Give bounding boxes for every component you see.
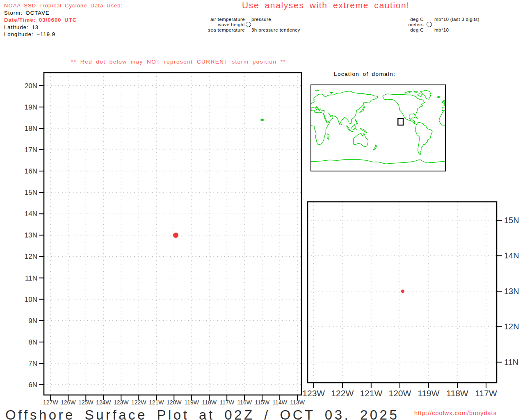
legend-row: wave height xyxy=(192,22,300,27)
y-axis-label: 10N xyxy=(25,296,37,304)
world-map xyxy=(244,90,513,164)
x-axis-label: 121W xyxy=(149,399,164,406)
coastline xyxy=(442,91,512,125)
y-axis-label: 12N xyxy=(25,253,37,260)
x-axis-label: 115W xyxy=(255,399,269,406)
coastline xyxy=(465,93,467,94)
coastline xyxy=(355,119,358,124)
legend-row: deg C mb*10 (last 3 digits) xyxy=(393,16,479,22)
storm-position-dot xyxy=(173,233,178,238)
y-axis-label: 8N xyxy=(28,338,37,346)
caution-headline: Use analyses with extreme caution! xyxy=(242,0,410,10)
x-axis-label: 123W xyxy=(114,399,129,406)
page-title: Offshore Surface Plot at 02Z / OCT 03, 2… xyxy=(5,407,399,420)
x-axis-label: 124W xyxy=(96,399,111,406)
x-axis-label: 125W xyxy=(78,399,94,406)
coastline xyxy=(475,124,476,126)
coastline xyxy=(442,102,443,103)
x-axis-label: 122W xyxy=(331,388,354,398)
legend-pressure: pressure xyxy=(251,17,271,22)
coastline xyxy=(486,125,490,130)
station-legend-parameters: air temperature pressure wave height sea… xyxy=(192,16,300,32)
coastline xyxy=(283,94,288,96)
coastline xyxy=(307,102,309,103)
coastline xyxy=(360,128,367,133)
world-map-border xyxy=(311,85,445,171)
coastline xyxy=(341,124,342,126)
coastline xyxy=(308,91,378,125)
coastline xyxy=(270,91,277,93)
coastline xyxy=(350,131,354,132)
x-axis-label: 116W xyxy=(237,399,252,406)
legend-pressure-tendency: 3h pressure tendency xyxy=(251,27,300,32)
y-axis-label: 19N xyxy=(25,103,37,111)
legend-spacer xyxy=(424,22,434,27)
storm-position-dot xyxy=(401,290,404,293)
x-axis-label: 120W xyxy=(167,399,182,406)
legend-unit-degc-bottom: deg C xyxy=(393,27,424,32)
y-axis-label: 15N xyxy=(25,189,37,196)
coastline xyxy=(279,91,283,93)
observation-marker xyxy=(261,119,264,121)
legend-row: deg C mb*10 xyxy=(393,27,479,32)
coastline xyxy=(352,125,355,130)
station-circle-icon xyxy=(246,22,251,27)
legend-row: sea temperature 3h pressure tendency xyxy=(192,27,300,32)
legend-row: meters xyxy=(393,22,479,27)
buoydata-link[interactable]: http://coolwx.com/buoydata xyxy=(414,410,497,416)
y-axis-label: 20N xyxy=(25,82,37,90)
coastline xyxy=(488,133,503,147)
legend-wave-height: wave height xyxy=(192,22,245,27)
storm-position-warning: ** Red dot below may NOT represent CURRE… xyxy=(71,59,286,65)
coastline xyxy=(248,94,290,124)
y-axis-label: 7N xyxy=(28,360,37,368)
y-axis-label: 13N xyxy=(25,231,37,239)
x-axis-label: 120W xyxy=(388,388,411,398)
x-axis-label: 113W xyxy=(290,399,305,406)
x-axis-label: 117W xyxy=(219,399,234,406)
station-legend-units: deg C mb*10 (last 3 digits) meters deg C… xyxy=(393,16,479,32)
buoy-plot-page: 127W126W125W124W123W122W121W120W119W118W… xyxy=(0,0,525,420)
storm-info-datetime: Date/Time: 03/0600 UTC xyxy=(4,16,123,24)
coastline xyxy=(490,128,491,130)
plot-border xyxy=(44,73,301,395)
map-inset-title: Location of domain: xyxy=(334,71,395,77)
coastline xyxy=(327,134,329,139)
legend-unit-mb10-digits: mb*10 (last 3 digits) xyxy=(434,17,479,22)
x-axis-label: 121W xyxy=(360,388,382,398)
storm-info-latitude: Latitude: 13 xyxy=(4,24,123,31)
coastline xyxy=(485,131,488,132)
x-axis-label: 127W xyxy=(43,399,58,406)
coastline xyxy=(315,90,319,91)
coastline xyxy=(286,90,297,99)
coastline xyxy=(280,117,283,119)
x-axis-label: 118W xyxy=(446,388,468,398)
coastline xyxy=(347,126,351,131)
x-axis-label: 122W xyxy=(131,399,146,406)
coastline xyxy=(481,126,485,131)
coastline xyxy=(494,107,500,113)
coastline xyxy=(354,133,368,147)
legend-air-temperature: air temperature xyxy=(192,17,245,22)
coastline xyxy=(461,134,463,139)
coastline xyxy=(330,93,332,94)
legend-sea-temperature: sea temperature xyxy=(192,27,245,32)
y-axis-label: 13N xyxy=(504,287,519,296)
storm-info-block: NOAA SSD Tropical Cyclone Data Used: Sto… xyxy=(4,2,123,38)
y-axis-label: 11N xyxy=(25,274,37,282)
y-axis-label: 6N xyxy=(28,381,37,389)
legend-row: air temperature pressure xyxy=(192,16,300,22)
y-axis-label: 12N xyxy=(504,322,519,331)
coastline xyxy=(355,128,356,130)
x-axis-label: 114W xyxy=(272,399,287,406)
coastline xyxy=(303,96,306,98)
y-axis-label: 11N xyxy=(504,358,518,367)
coastline xyxy=(490,119,492,124)
x-axis-label: 119W xyxy=(418,388,439,398)
legend-spacer xyxy=(245,22,251,27)
legend-unit-meters: meters xyxy=(393,22,424,27)
domain-location-box xyxy=(398,119,403,125)
y-axis-label: 18N xyxy=(25,125,37,132)
storm-info-name: Storm: OCTAVE xyxy=(4,9,123,17)
x-axis-label: 123W xyxy=(302,388,325,398)
